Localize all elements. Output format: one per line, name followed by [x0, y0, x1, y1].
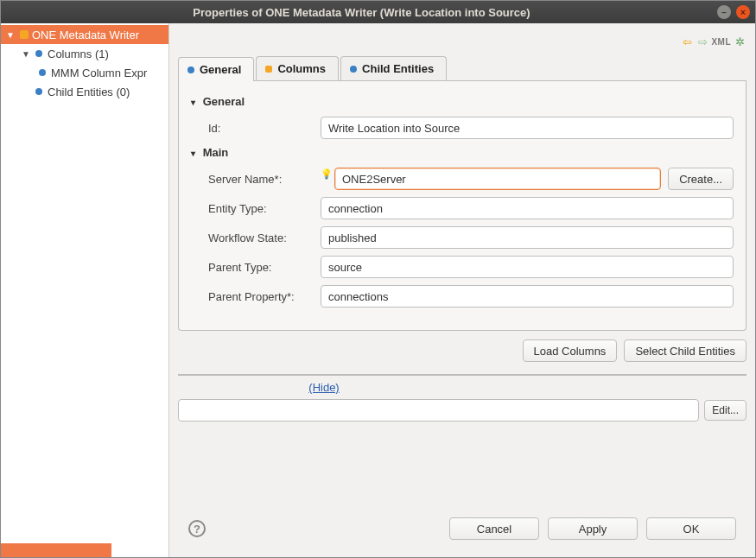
tree-column-item[interactable]: MMM Column Expr: [1, 63, 168, 82]
tab-columns-label: Columns: [277, 62, 326, 75]
workflow-state-label: Workflow State:: [191, 231, 321, 244]
close-button[interactable]: ×: [736, 5, 750, 19]
help-icon[interactable]: ?: [188, 520, 206, 537]
tree-column-item-label: MMM Column Expr: [51, 67, 147, 79]
tree-child-entities[interactable]: Child Entities (0): [1, 82, 168, 101]
parent-property-field[interactable]: [321, 285, 734, 308]
parent-type-label: Parent Type:: [191, 261, 321, 274]
tab-child-entities-label: Child Entities: [362, 62, 434, 75]
expand-icon[interactable]: ▼: [4, 30, 16, 40]
titlebar: Properties of ONE Metadata Writer (Write…: [1, 1, 755, 23]
bulb-icon: 💡: [321, 168, 333, 180]
section-general[interactable]: ▾ General: [191, 95, 734, 108]
tab-columns[interactable]: Columns: [256, 56, 339, 80]
dot-icon: [187, 67, 194, 73]
forward-icon[interactable]: ⇨: [696, 35, 709, 48]
entity-type-field[interactable]: [321, 197, 734, 219]
parent-property-label: Parent Property*:: [191, 290, 321, 303]
main-panel: ⇦ ⇨ XML ✲ General Columns Child Entities: [169, 23, 755, 557]
caret-down-icon: ▾: [191, 98, 200, 107]
wizard-icon[interactable]: ✲: [733, 35, 746, 48]
dot-icon: [265, 66, 272, 73]
tabs: General Columns Child Entities: [178, 56, 746, 81]
tree-root-label: ONE Metadata Writer: [32, 29, 139, 41]
server-name-label: Server Name*:: [191, 173, 321, 186]
id-label: Id:: [191, 122, 321, 135]
tree-columns-label: Columns (1): [48, 48, 109, 60]
workflow-state-field[interactable]: [321, 226, 734, 249]
id-field[interactable]: [321, 117, 734, 139]
tree: ▼ ONE Metadata Writer ▼ Columns (1) MMM …: [1, 23, 168, 543]
minimize-button[interactable]: –: [717, 5, 731, 19]
back-icon[interactable]: ⇦: [680, 35, 694, 48]
section-main[interactable]: ▾ Main: [191, 146, 734, 159]
divider: [178, 374, 746, 376]
window-title: Properties of ONE Metadata Writer (Write…: [6, 6, 717, 19]
tab-child-entities[interactable]: Child Entities: [340, 56, 447, 80]
tree-root[interactable]: ▼ ONE Metadata Writer: [1, 25, 168, 44]
cancel-button[interactable]: Cancel: [449, 517, 539, 540]
xml-button[interactable]: XML: [711, 37, 731, 47]
form-panel: ▾ General Id: ▾ Main Server Name*: 💡 Cre…: [178, 81, 746, 331]
expand-icon[interactable]: ▼: [20, 49, 32, 59]
toolbar: ⇦ ⇨ XML ✲: [178, 32, 746, 51]
expression-field[interactable]: [178, 399, 699, 422]
column-icon: [39, 69, 46, 76]
section-main-label: Main: [203, 146, 229, 159]
parent-type-field[interactable]: [321, 256, 734, 278]
child-entities-icon: [35, 88, 42, 95]
ok-button[interactable]: OK: [646, 517, 736, 540]
sidebar-footer: [1, 543, 168, 557]
section-general-label: General: [203, 95, 245, 108]
tree-columns[interactable]: ▼ Columns (1): [1, 44, 168, 63]
tab-general[interactable]: General: [178, 57, 254, 81]
entity-type-label: Entity Type:: [191, 202, 321, 215]
load-columns-button[interactable]: Load Columns: [523, 339, 618, 362]
hide-link[interactable]: (Hide): [308, 381, 339, 394]
create-button[interactable]: Create...: [668, 168, 734, 190]
tree-child-entities-label: Child Entities (0): [48, 86, 130, 98]
columns-icon: [35, 50, 42, 57]
writer-icon: [20, 30, 29, 39]
caret-down-icon: ▾: [191, 149, 200, 158]
sidebar: ▼ ONE Metadata Writer ▼ Columns (1) MMM …: [1, 23, 169, 557]
edit-button[interactable]: Edit...: [704, 400, 746, 421]
select-child-entities-button[interactable]: Select Child Entities: [624, 339, 746, 362]
dot-icon: [350, 66, 357, 73]
server-name-field[interactable]: [334, 168, 661, 190]
apply-button[interactable]: Apply: [548, 517, 638, 540]
tab-general-label: General: [200, 63, 241, 76]
